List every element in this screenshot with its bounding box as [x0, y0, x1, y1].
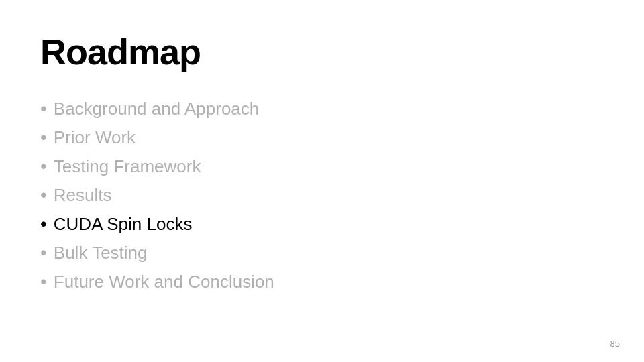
bullet-dot-5: • — [40, 243, 47, 262]
bullet-item-2: •Testing Framework — [40, 154, 604, 180]
bullet-label-4: CUDA Spin Locks — [54, 211, 193, 237]
bullet-label-3: Results — [54, 182, 112, 208]
bullet-dot-6: • — [40, 272, 47, 291]
bullet-label-5: Bulk Testing — [54, 240, 148, 266]
bullet-label-6: Future Work and Conclusion — [54, 269, 274, 295]
bullet-dot-1: • — [40, 128, 47, 147]
bullet-label-1: Prior Work — [54, 125, 136, 151]
bullet-list: •Background and Approach•Prior Work•Test… — [40, 96, 604, 295]
bullet-label-2: Testing Framework — [54, 154, 201, 180]
bullet-dot-3: • — [40, 186, 47, 204]
bullet-item-4: •CUDA Spin Locks — [40, 211, 604, 237]
bullet-dot-4: • — [40, 215, 47, 233]
bullet-item-0: •Background and Approach — [40, 96, 604, 122]
bullet-item-3: •Results — [40, 182, 604, 208]
bullet-item-6: •Future Work and Conclusion — [40, 269, 604, 295]
bullet-dot-0: • — [40, 99, 47, 118]
bullet-item-1: •Prior Work — [40, 125, 604, 151]
slide-title: Roadmap — [40, 32, 604, 72]
bullet-label-0: Background and Approach — [54, 96, 259, 122]
bullet-item-5: •Bulk Testing — [40, 240, 604, 266]
slide: Roadmap •Background and Approach•Prior W… — [0, 0, 644, 362]
bullet-dot-2: • — [40, 157, 47, 176]
page-number: 85 — [610, 339, 620, 349]
